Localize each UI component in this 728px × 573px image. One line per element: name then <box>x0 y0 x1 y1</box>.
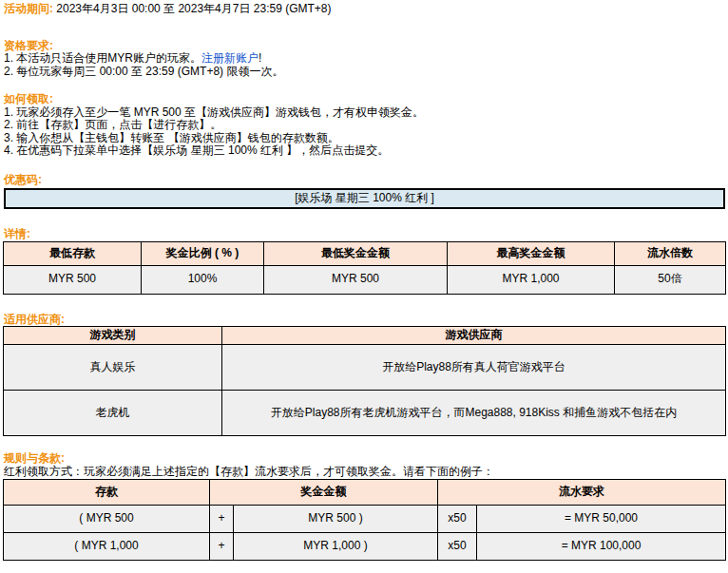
rules-example-row-1: ( MYR 500 + MYR 500 ) x50 = MYR 50,000 <box>4 506 726 533</box>
how-to-claim-step-3: 3. 输入你想从【主钱包】转账至 【游戏供应商】钱包的存款数额。 <box>4 132 725 145</box>
how-to-claim-step-4: 4. 在优惠码下拉菜单中选择【娱乐场 星期三 100% 红利 】，然后点击提交。 <box>4 144 725 158</box>
cell-plus-1: + <box>210 506 234 533</box>
eligibility-item-2: 2. 每位玩家每周三 00:00 至 23:59 (GMT+8) 限领一次。 <box>4 66 725 79</box>
details-header-row: 最低存款 奖金比例 ( % ) 最低奖金金额 最高奖金金额 流水倍数 <box>4 241 726 265</box>
header-bonus-amount: 奖金金额 <box>210 480 438 506</box>
activity-period-line: 活动期间: 2023年4月3日 00:00 至 2023年4月7日 23:59 … <box>4 3 725 16</box>
details-data-row: MYR 500 100% MYR 500 MYR 1,000 50倍 <box>4 265 726 294</box>
eligibility-heading: 资格要求: <box>4 40 725 53</box>
cell-category-slots: 老虎机 <box>4 391 222 436</box>
cell-bonus-percent: 100% <box>142 265 264 294</box>
eligibility-item-1-suffix: ! <box>259 51 261 65</box>
rules-header-row: 存款 奖金金额 流水要求 <box>4 480 726 506</box>
how-to-claim-heading: 如何领取: <box>4 93 725 106</box>
details-heading: 详情: <box>4 228 725 241</box>
providers-section: 适用供应商: 游戏类别 游戏供应商 真人娱乐 开放给Play88所有真人荷官游戏… <box>4 314 725 437</box>
header-max-bonus: 最高奖金金额 <box>448 241 615 265</box>
promo-code-value: [娱乐场 星期三 100% 红利 ] <box>295 192 434 205</box>
providers-table: 游戏类别 游戏供应商 真人娱乐 开放给Play88所有真人荷官游戏平台 老虎机 … <box>3 326 726 436</box>
how-to-claim-step-1: 1. 玩家必须存入至少一笔 MYR 500 至【游戏供应商】游戏钱包，才有权申领… <box>4 106 725 120</box>
cell-max-bonus: MYR 1,000 <box>448 265 615 294</box>
cell-plus-2: + <box>210 533 234 561</box>
activity-period-label: 活动期间: <box>4 2 53 15</box>
cell-provider-slots: 开放给Play88所有老虎机游戏平台，而Mega888, 918Kiss 和捕鱼… <box>222 391 726 436</box>
header-game-category: 游戏类别 <box>4 327 222 345</box>
cell-bonus-1: MYR 500 ) <box>234 506 438 533</box>
eligibility-item-1-text: 1. 本活动只适合使用MYR账户的玩家。 <box>4 51 201 65</box>
cell-turnover-2: = MYR 100,000 <box>477 533 726 561</box>
promo-code-box: [娱乐场 星期三 100% 红利 ] <box>4 188 725 209</box>
details-section: 详情: 最低存款 奖金比例 ( % ) 最低奖金金额 最高奖金金额 流水倍数 M… <box>4 228 725 295</box>
rules-heading: 规则与条款: <box>4 452 725 466</box>
providers-heading: 适用供应商: <box>4 314 725 327</box>
providers-header-row: 游戏类别 游戏供应商 <box>4 327 726 345</box>
header-game-provider: 游戏供应商 <box>222 327 726 345</box>
promo-code-section: 优惠码: [娱乐场 星期三 100% 红利 ] <box>4 174 725 210</box>
header-min-bonus: 最低奖金金额 <box>264 241 448 265</box>
providers-row-live-casino: 真人娱乐 开放给Play88所有真人荷官游戏平台 <box>4 345 726 391</box>
cell-provider-live: 开放给Play88所有真人荷官游戏平台 <box>222 345 726 391</box>
cell-deposit-2: ( MYR 1,000 <box>4 533 210 561</box>
activity-period-value: 2023年4月3日 00:00 至 2023年4月7日 23:59 (GMT+8… <box>56 2 331 15</box>
details-table: 最低存款 奖金比例 ( % ) 最低奖金金额 最高奖金金额 流水倍数 MYR 5… <box>3 241 726 295</box>
cell-turnover-multiplier: 50倍 <box>615 265 726 294</box>
cell-multiplier-1: x50 <box>438 506 477 533</box>
cell-min-bonus: MYR 500 <box>264 265 448 294</box>
rules-section: 规则与条款: 红利领取方式：玩家必须满足上述指定的【存款】流水要求后，才可领取奖… <box>4 452 725 561</box>
header-turnover-requirement: 流水要求 <box>438 480 726 506</box>
cell-multiplier-2: x50 <box>438 533 477 561</box>
cell-bonus-2: MYR 1,000 ) <box>234 533 438 561</box>
cell-deposit-1: ( MYR 500 <box>4 506 210 533</box>
cell-turnover-1: = MYR 50,000 <box>477 506 726 533</box>
cell-category-live: 真人娱乐 <box>4 345 222 391</box>
eligibility-item-1: 1. 本活动只适合使用MYR账户的玩家。注册新账户! <box>4 52 725 66</box>
rules-description: 红利领取方式：玩家必须满足上述指定的【存款】流水要求后，才可领取奖金。请看下面的… <box>4 466 725 479</box>
header-deposit: 存款 <box>4 480 210 506</box>
cell-min-deposit: MYR 500 <box>4 265 142 294</box>
register-account-link[interactable]: 注册新账户 <box>201 51 259 65</box>
providers-row-slots: 老虎机 开放给Play88所有老虎机游戏平台，而Mega888, 918Kiss… <box>4 391 726 436</box>
eligibility-section: 资格要求: 1. 本活动只适合使用MYR账户的玩家。注册新账户! 2. 每位玩家… <box>4 40 725 79</box>
header-turnover-multiplier: 流水倍数 <box>615 241 726 265</box>
promo-code-heading: 优惠码: <box>4 174 725 187</box>
how-to-claim-section: 如何领取: 1. 玩家必须存入至少一笔 MYR 500 至【游戏供应商】游戏钱包… <box>4 93 725 158</box>
header-bonus-percent: 奖金比例 ( % ) <box>142 241 264 265</box>
rules-table: 存款 奖金金额 流水要求 ( MYR 500 + MYR 500 ) x50 =… <box>3 479 726 561</box>
header-min-deposit: 最低存款 <box>4 241 142 265</box>
how-to-claim-step-2: 2. 前往【存款】页面，点击【进行存款】。 <box>4 119 725 132</box>
rules-example-row-2: ( MYR 1,000 + MYR 1,000 ) x50 = MYR 100,… <box>4 533 726 561</box>
